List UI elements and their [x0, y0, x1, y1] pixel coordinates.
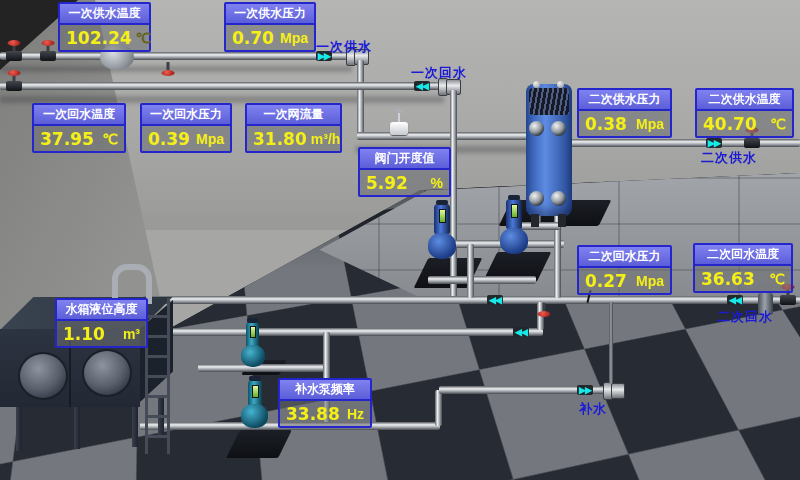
hmi-heat-exchange-station: ▶▶ ◀◀ ▶▶ ◀◀ ◀◀ ◀◀ ▶▶	[0, 0, 800, 480]
box-value: 31.80	[253, 129, 307, 149]
pipe-makeup-riser	[435, 390, 442, 426]
box-value: 0.70	[232, 28, 274, 48]
valve-icon[interactable]	[6, 51, 22, 61]
hx-port-icon	[529, 121, 544, 136]
flow-left-icon: ◀◀	[513, 327, 529, 337]
pipe-pump-manifold-bottom	[428, 276, 536, 284]
box-unit: Mpa	[280, 30, 308, 46]
box-label: 一次回水压力	[142, 105, 230, 126]
data-box-tank-level: 水箱液位高度 1.10m³	[55, 298, 148, 348]
box-value: 0.39	[148, 129, 190, 149]
data-box-secondary-supply-temp: 二次供水温度 40.70℃	[695, 88, 794, 138]
hx-port-icon	[529, 191, 544, 206]
flow-left-icon: ◀◀	[414, 81, 430, 91]
pipe-label-makeup-water: 补水	[579, 400, 607, 418]
pipe-tank-out	[143, 328, 543, 336]
box-label: 水箱液位高度	[57, 300, 146, 321]
hx-bolt-icon	[557, 81, 564, 88]
pipe-label-primary-return: 一次回水	[411, 64, 467, 82]
hx-port-icon	[551, 121, 566, 136]
valve-icon[interactable]	[780, 295, 796, 305]
box-value: 0.27	[585, 271, 627, 291]
box-label: 二次供水压力	[579, 90, 670, 111]
pipe-secondary-supply	[560, 139, 800, 147]
data-box-makeup-pump-frequency: 补水泵频率 33.88Hz	[278, 378, 372, 428]
hx-port-icon	[551, 191, 566, 206]
box-unit: Mpa	[196, 131, 224, 147]
pipe-label-primary-supply: 一次供水	[316, 38, 372, 56]
box-unit: Hz	[347, 406, 364, 422]
pipe-primary-supply-to-hx	[357, 132, 537, 140]
pipe-shadow	[0, 66, 352, 72]
drain-valve-icon[interactable]	[538, 303, 550, 311]
makeup-pump-1-volute[interactable]	[241, 345, 265, 367]
hx-leg	[531, 214, 539, 227]
box-value: 36.63	[701, 269, 755, 289]
box-unit: ℃	[136, 30, 152, 46]
box-unit: ℃	[769, 271, 785, 287]
box-label: 一次供水压力	[226, 4, 314, 25]
control-valve-icon[interactable]	[390, 122, 408, 135]
flow-left-icon: ◀◀	[727, 295, 743, 305]
box-value: 33.88	[286, 404, 340, 424]
data-box-secondary-supply-pressure: 二次供水压力 0.38Mpa	[577, 88, 672, 138]
box-unit: Mpa	[636, 116, 664, 132]
pipe-makeup-thin-riser	[609, 302, 613, 384]
drain-valve-icon[interactable]	[162, 62, 174, 70]
box-unit: ℃	[102, 131, 118, 147]
data-box-primary-net-flow: 一次网流量 31.80m³/h	[245, 103, 342, 153]
pipe-primary-return	[0, 82, 442, 90]
pipe-manifold-drop	[467, 244, 474, 298]
box-label: 补水泵频率	[280, 380, 370, 401]
pump-indicator-icon	[511, 204, 518, 218]
pipe-label-secondary-return: 二次回水	[717, 308, 773, 326]
tank-leg	[74, 407, 80, 449]
valve-icon[interactable]	[40, 51, 56, 61]
pump-indicator-icon	[439, 209, 446, 223]
tank-leg	[16, 407, 22, 451]
makeup-pump-2-volute[interactable]	[241, 404, 268, 428]
box-label: 二次回水温度	[695, 245, 791, 266]
box-unit: m³	[123, 326, 140, 342]
data-box-primary-return-pressure: 一次回水压力 0.39Mpa	[140, 103, 232, 153]
box-label: 一次回水温度	[34, 105, 124, 126]
box-unit: ℃	[770, 116, 786, 132]
valve-icon[interactable]	[6, 81, 22, 91]
box-label: 二次供水温度	[697, 90, 792, 111]
pipe-label-secondary-supply: 二次供水	[701, 149, 757, 167]
hx-bolt-icon	[533, 81, 540, 88]
flow-right-icon: ▶▶	[577, 385, 593, 395]
box-label: 二次回水压力	[579, 247, 670, 268]
tank-ladder	[145, 298, 170, 454]
data-box-valve-opening: 阀门开度值 5.92%	[358, 147, 451, 197]
circulation-pump-1-volute[interactable]	[428, 233, 456, 259]
pump-indicator-icon	[252, 385, 259, 398]
tank-manhole-icon	[18, 352, 68, 400]
box-unit: Mpa	[636, 273, 664, 289]
pipe-primary-supply-drop	[357, 60, 364, 136]
box-label: 一次供水温度	[60, 4, 149, 25]
pump-indicator-icon	[250, 326, 256, 338]
box-value: 0.38	[585, 114, 627, 134]
pipe-cap	[611, 383, 625, 399]
box-unit: %	[431, 175, 443, 191]
circulation-pump-2-volute[interactable]	[500, 228, 528, 254]
box-value: 1.10	[63, 324, 105, 344]
data-box-primary-return-temp: 一次回水温度 37.95℃	[32, 103, 126, 153]
pipe-makeup-upper	[198, 364, 330, 372]
valve-icon[interactable]	[744, 138, 760, 148]
flow-right-icon: ▶▶	[706, 138, 722, 148]
hx-leg	[558, 214, 566, 227]
flow-left-icon: ◀◀	[487, 295, 503, 305]
tank-manhole-icon	[82, 349, 132, 397]
data-box-primary-supply-temp: 一次供水温度 102.24℃	[58, 2, 151, 52]
box-value: 5.92	[366, 173, 408, 193]
tank-leg	[132, 407, 138, 447]
box-unit: m³/h	[311, 131, 341, 147]
box-label: 阀门开度值	[360, 149, 449, 170]
box-label: 一次网流量	[247, 105, 340, 126]
data-box-primary-supply-pressure: 一次供水压力 0.70Mpa	[224, 2, 316, 52]
box-value: 37.95	[40, 129, 94, 149]
box-value: 40.70	[703, 114, 757, 134]
data-box-secondary-return-pressure: 二次回水压力 0.27Mpa	[577, 245, 672, 295]
